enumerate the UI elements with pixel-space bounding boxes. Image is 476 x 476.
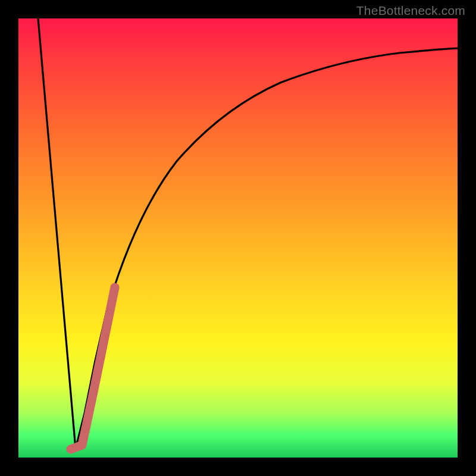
chart-frame: TheBottleneck.com (0, 0, 476, 476)
curve-left-branch (38, 18, 76, 449)
watermark-text: TheBottleneck.com (356, 4, 465, 18)
curve-right-branch (76, 48, 458, 449)
chart-svg (18, 18, 458, 458)
